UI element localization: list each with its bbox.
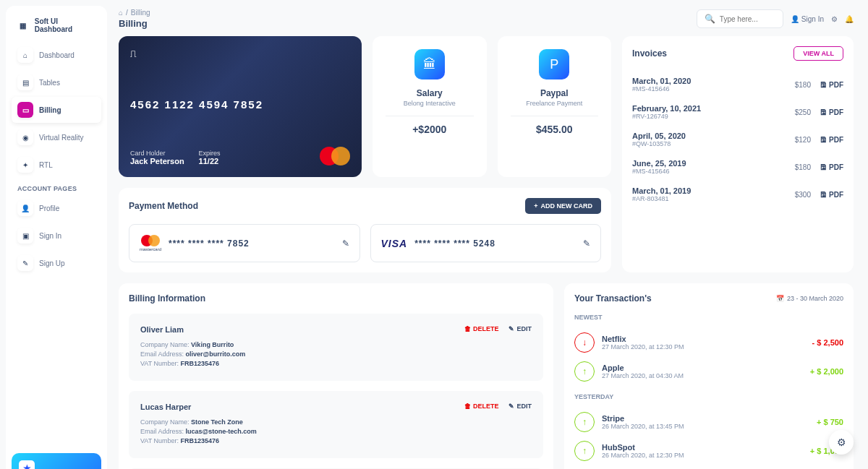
delete-button[interactable]: 🗑DELETE [464,403,499,410]
transaction-item: ↑Stripe26 March 2020, at 13:45 PM+ $ 750 [574,408,843,436]
sidebar-item-signin[interactable]: ▣Sign In [12,223,101,249]
visa-icon: VISA [381,238,408,249]
calendar-icon: 📅 [776,295,784,302]
add-card-button[interactable]: +ADD NEW CARD [525,198,601,214]
arrow-up-icon: ↑ [574,412,595,432]
brand-logo[interactable]: ▦ Soft UI Dashboard [12,14,101,42]
user-icon: 👤 [791,15,799,23]
pdf-icon: 🖺 [820,81,827,89]
card-expires: 11/22 [199,157,221,165]
doc-icon: ▣ [17,228,33,244]
pdf-icon: 🖺 [820,136,827,144]
shop-icon: ⌂ [17,47,33,63]
payment-card-2: VISA **** **** **** 5248 ✎ [370,224,602,262]
payment-card-1: mastercard **** **** **** 7852 ✎ [129,224,360,262]
brand-icon: ▦ [16,18,30,33]
transactions-card: Your Transaction's 📅23 - 30 March 2020 N… [564,283,854,469]
search-box[interactable]: 🔍 [697,9,783,28]
invoices-title: Invoices [632,48,667,59]
pdf-link[interactable]: 🖺PDF [820,136,843,144]
billing-item: Lucas Harper🗑DELETE✎EDITCompany Name: St… [129,391,543,458]
transaction-item: ↑Apple27 March 2020, at 04:30 AM+ $ 2,00… [574,357,843,386]
sidebar-section-account: ACCOUNT PAGES [12,179,101,195]
pencil-icon: ✎ [509,403,514,410]
invoice-item: March, 01, 2019#AR-803481$300🖺PDF [632,181,843,208]
billing-info-card: Billing Information Oliver Liam🗑DELETE✎E… [119,283,553,469]
edit-button[interactable]: ✎EDIT [509,403,532,410]
paypal-card: P Paypal Freelance Payment $455.00 [498,36,612,177]
salary-card: 🏛 Salary Belong Interactive +$2000 [373,36,487,177]
tool-icon: ✦ [17,157,33,173]
transactions-title: Your Transaction's [574,293,652,304]
mastercard-icon [320,147,350,165]
sidebar-item-tables[interactable]: ▤Tables [12,69,101,95]
sidebar-item-signup[interactable]: ✎Sign Up [12,250,101,276]
mastercard-icon: mastercard [140,235,161,251]
transaction-item: ↑HubSpot26 March 2020, at 12:30 PM+ $ 1,… [574,436,843,465]
paypal-icon: P [539,49,569,79]
cube-icon: ◉ [17,129,33,145]
pencil-icon: ✎ [509,325,514,332]
search-input[interactable] [720,15,778,23]
breadcrumb: ⌂ / Billing [119,9,150,17]
invoices-card: Invoices VIEW ALL March, 01, 2020#MS-415… [622,36,854,272]
sidebar-item-vr[interactable]: ◉Virtual Reality [12,124,101,150]
paypal-value: $455.00 [511,124,599,135]
card-icon: ▭ [17,102,33,118]
billing-info-title: Billing Information [129,293,543,304]
credit-card: ⎍ 4562 1122 4594 7852 Card HolderJack Pe… [119,36,362,177]
pdf-icon: 🖺 [820,163,827,171]
signin-link[interactable]: 👤Sign In [791,15,824,23]
edit-card-button[interactable]: ✎ [583,238,590,249]
arrow-up-icon: ↑ [574,441,595,461]
star-icon: ★ [19,460,35,469]
transaction-item: ↑Creative Tim26 March 2020, at 08:30 AM+… [574,465,843,469]
settings-fab[interactable]: ⚙ [829,430,854,455]
edit-button[interactable]: ✎EDIT [509,325,532,332]
pdf-link[interactable]: 🖺PDF [820,81,843,89]
brand-name: Soft UI Dashboard [35,17,97,33]
page-title: Billing [119,18,150,29]
edit-card-button[interactable]: ✎ [342,238,349,249]
view-all-button[interactable]: VIEW ALL [793,46,843,61]
trash-icon: 🗑 [464,403,471,410]
pdf-link[interactable]: 🖺PDF [820,191,843,199]
sidebar: ▦ Soft UI Dashboard ⌂Dashboard ▤Tables ▭… [6,6,107,469]
billing-item: Oliver Liam🗑DELETE✎EDITCompany Name: Vik… [129,314,543,381]
trash-icon: 🗑 [464,325,471,332]
wifi-icon: ⎍ [130,48,350,59]
sidebar-item-dashboard[interactable]: ⌂Dashboard [12,42,101,68]
plus-icon: + [534,202,537,210]
invoice-item: March, 01, 2020#MS-415646$180🖺PDF [632,71,843,98]
pdf-link[interactable]: 🖺PDF [820,163,843,171]
bell-icon[interactable]: 🔔 [845,15,854,23]
breadcrumb-page[interactable]: Billing [131,9,150,17]
help-card: ★ Need help? Please check our docs DOCUM… [12,453,101,469]
transaction-item: ↓Netflix27 March 2020, at 12:30 PM- $ 2,… [574,328,843,357]
bank-icon: 🏛 [414,49,445,79]
payment-method-card: Payment Method +ADD NEW CARD mastercard … [119,188,611,272]
sidebar-item-profile[interactable]: 👤Profile [12,195,101,221]
pdf-icon: 🖺 [820,108,827,116]
pdf-link[interactable]: 🖺PDF [820,108,843,116]
salary-value: +$2000 [386,124,474,135]
table-icon: ▤ [17,74,33,90]
invoice-item: February, 10, 2021#RV-126749$250🖺PDF [632,98,843,126]
topbar: ⌂ / Billing Billing 🔍 👤Sign In ⚙ 🔔 [119,9,854,29]
main-content: ⌂ / Billing Billing 🔍 👤Sign In ⚙ 🔔 [113,0,868,469]
sidebar-item-rtl[interactable]: ✦RTL [12,152,101,178]
card-holder: Jack Peterson [130,157,184,165]
sidebar-item-billing[interactable]: ▭Billing [12,97,101,123]
arrow-down-icon: ↓ [574,332,595,353]
search-icon: 🔍 [705,14,715,24]
user-icon: 👤 [17,200,33,216]
arrow-up-icon: ↑ [574,361,595,382]
date-range: 📅23 - 30 March 2020 [776,295,843,302]
gear-icon: ⚙ [837,436,846,448]
delete-button[interactable]: 🗑DELETE [464,325,499,332]
rocket-icon: ✎ [17,255,33,271]
invoice-item: April, 05, 2020#QW-103578$120🖺PDF [632,126,843,153]
invoice-item: June, 25, 2019#MS-415646$180🖺PDF [632,153,843,181]
home-icon[interactable]: ⌂ [119,9,123,17]
settings-icon[interactable]: ⚙ [831,15,838,23]
